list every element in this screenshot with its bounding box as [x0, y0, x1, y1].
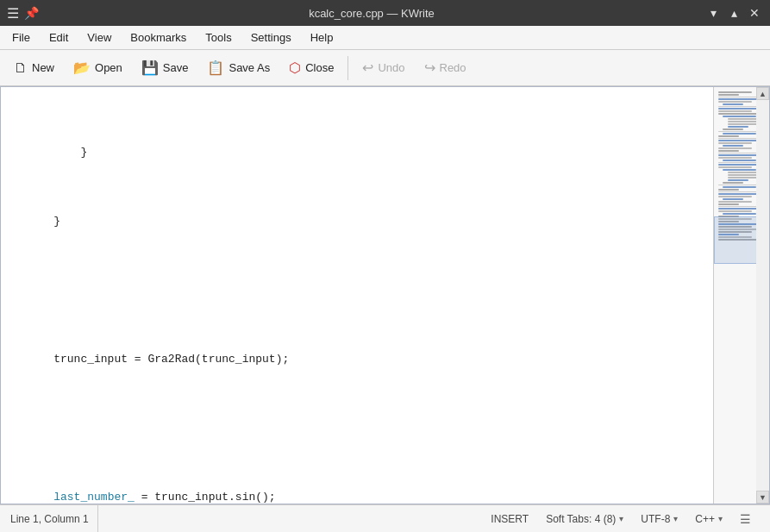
minimap[interactable]: ▲ ▼	[713, 87, 769, 504]
window-controls: ▾ ▴ ✕	[704, 4, 763, 22]
menu-edit[interactable]: Edit	[41, 28, 77, 47]
undo-icon: ↩	[362, 59, 373, 76]
code-line: }	[9, 213, 713, 230]
undo-button[interactable]: ↩ Undo	[354, 55, 413, 80]
toolbar: 🗋 New 📂 Open 💾 Save 📋 Save As ⬡ Close ↩ …	[0, 50, 770, 86]
editor-container: } } trunc_input = Gra2Rad(trunc_input); …	[0, 86, 770, 504]
code-editor[interactable]: } } trunc_input = Gra2Rad(trunc_input); …	[1, 87, 713, 504]
code-line	[9, 282, 713, 299]
maximize-button[interactable]: ▴	[725, 4, 742, 22]
close-button[interactable]: ✕	[746, 4, 763, 22]
cursor-position: Line 1, Column 1	[10, 505, 98, 532]
close-doc-button[interactable]: ⬡ Close	[280, 55, 342, 80]
titlebar-left: ☰ 📌	[7, 5, 39, 22]
menu-bookmarks[interactable]: Bookmarks	[122, 28, 195, 47]
close-doc-icon: ⬡	[289, 59, 301, 76]
menu-view[interactable]: View	[78, 28, 120, 47]
menu-tools[interactable]: Tools	[197, 28, 240, 47]
code-line: trunc_input = Gra2Rad(trunc_input);	[9, 351, 713, 368]
save-icon: 💾	[141, 59, 159, 76]
redo-icon: ↪	[424, 59, 435, 76]
language-chevron-icon: ▾	[718, 514, 723, 523]
save-button[interactable]: 💾 Save	[133, 55, 197, 80]
redo-button[interactable]: ↪ Redo	[416, 55, 475, 80]
insert-mode[interactable]: INSERT	[482, 513, 537, 525]
window-title: kcalc_core.cpp — KWrite	[39, 7, 704, 20]
menubar: File Edit View Bookmarks Tools Settings …	[0, 26, 770, 50]
code-line: }	[9, 144, 713, 161]
code-line	[9, 420, 713, 437]
language-selector[interactable]: C++ ▾	[686, 513, 731, 525]
toolbar-separator	[347, 56, 348, 80]
app-menu-icon[interactable]: ☰	[7, 5, 19, 22]
menu-settings[interactable]: Settings	[242, 28, 300, 47]
new-icon: 🗋	[14, 60, 28, 76]
pin-icon[interactable]: 📌	[24, 6, 39, 20]
tabs-chevron-icon: ▾	[619, 514, 623, 523]
tab-settings[interactable]: Soft Tabs: 4 (8) ▾	[537, 513, 632, 525]
scroll-down-button[interactable]: ▼	[756, 491, 769, 504]
new-button[interactable]: 🗋 New	[5, 56, 63, 80]
open-button[interactable]: 📂 Open	[65, 55, 131, 80]
status-menu-button[interactable]: ☰	[731, 512, 760, 526]
menu-help[interactable]: Help	[302, 28, 342, 47]
hamburger-icon: ☰	[740, 512, 751, 526]
statusbar: Line 1, Column 1 INSERT Soft Tabs: 4 (8)…	[0, 504, 770, 532]
saveas-button[interactable]: 📋 Save As	[198, 55, 279, 80]
open-icon: 📂	[73, 59, 91, 76]
encoding-chevron-icon: ▾	[673, 514, 678, 523]
encoding-selector[interactable]: UTF-8 ▾	[632, 513, 686, 525]
code-line: last_number_ = trunc_input.sin();	[9, 489, 713, 504]
scroll-up-button[interactable]: ▲	[756, 87, 769, 100]
minimize-button[interactable]: ▾	[704, 4, 722, 22]
titlebar: ☰ 📌 kcalc_core.cpp — KWrite ▾ ▴ ✕	[0, 0, 770, 26]
menu-file[interactable]: File	[3, 28, 39, 47]
saveas-icon: 📋	[207, 59, 224, 76]
